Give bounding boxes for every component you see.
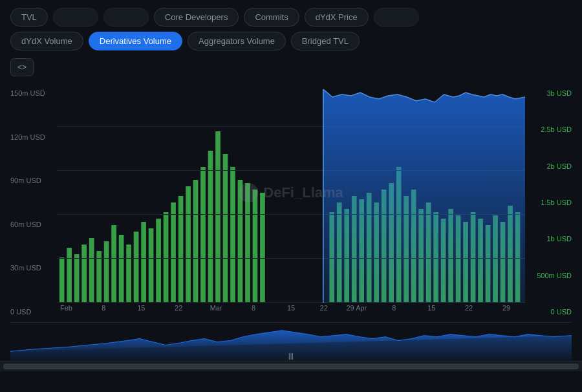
x-tick-15b: 15 <box>287 304 295 312</box>
x-axis: Feb 8 15 22 Mar 8 15 22 29 Apr 8 15 22 2… <box>57 304 525 322</box>
y-left-120: 120m USD <box>10 133 56 141</box>
x-tick-feb: Feb <box>60 304 72 312</box>
y-left-60: 60m USD <box>10 221 56 228</box>
y-right-2b: 2b USD <box>526 162 572 170</box>
y-left-30: 30m USD <box>10 264 56 272</box>
dydx-volume-button[interactable]: dYdX Volume <box>10 32 83 50</box>
y-right-3b: 3b USD <box>526 89 572 97</box>
y-right-1b: 1b USD <box>526 235 572 243</box>
scrollbar-thumb[interactable] <box>3 364 579 369</box>
x-tick-8a: 8 <box>102 304 105 312</box>
scrollbar-area[interactable] <box>0 361 582 371</box>
y-axis-right: 0 USD 500m USD 1b USD 1.5b USD 2b USD 2.… <box>526 83 572 322</box>
placeholder-btn-1[interactable] <box>53 8 98 27</box>
filter-row-2: dYdX Volume Derivatives Volume Aggregato… <box>10 32 572 50</box>
x-tick-15c: 15 <box>427 304 435 312</box>
x-tick-22a: 22 <box>175 304 182 312</box>
y-left-0: 0 USD <box>10 308 56 316</box>
y-right-0: 0 USD <box>526 308 572 316</box>
commits-button[interactable]: Commits <box>244 8 299 27</box>
derivatives-volume-button[interactable]: Derivatives Volume <box>89 32 182 50</box>
tvl-area-polygon <box>323 89 525 303</box>
x-tick-29apr: 29 Apr <box>346 304 367 312</box>
mini-chart-handle: ||| <box>288 353 294 360</box>
x-tick-29: 29 <box>502 304 510 312</box>
dydx-price-button[interactable]: dYdX Price <box>305 8 369 27</box>
code-button[interactable]: <> <box>10 58 34 76</box>
x-tick-22c: 22 <box>465 304 473 312</box>
top-section: TVL Core Developers Commits dYdX Price d… <box>0 0 582 80</box>
x-tick-8c: 8 <box>392 304 396 312</box>
x-tick-15a: 15 <box>137 304 145 312</box>
placeholder-btn-2[interactable] <box>103 8 149 27</box>
chart-inner: DeFi_Llama <box>57 83 525 303</box>
y-right-500m: 500m USD <box>526 272 572 279</box>
tvl-button[interactable]: TVL <box>10 8 48 27</box>
x-tick-8b: 8 <box>252 304 255 312</box>
filter-row-1: TVL Core Developers Commits dYdX Price <box>10 8 572 27</box>
chart-area: 0 USD 30m USD 60m USD 90m USD 120m USD 1… <box>0 83 582 322</box>
mini-chart[interactable]: ||| <box>10 322 572 361</box>
placeholder-btn-3[interactable] <box>374 8 419 27</box>
aggregators-volume-button[interactable]: Aggregators Volume <box>188 32 286 50</box>
core-developers-button[interactable]: Core Developers <box>154 8 239 27</box>
x-tick-mar: Mar <box>210 304 222 312</box>
bridged-tvl-button[interactable]: Bridged TVL <box>291 32 360 50</box>
y-left-150: 150m USD <box>10 89 56 97</box>
y-right-1-5b: 1.5b USD <box>526 199 572 206</box>
x-tick-22b: 22 <box>320 304 328 312</box>
chart-container: 0 USD 30m USD 60m USD 90m USD 120m USD 1… <box>10 83 572 322</box>
y-axis-left: 0 USD 30m USD 60m USD 90m USD 120m USD 1… <box>10 83 56 322</box>
tvl-area-svg <box>57 83 525 303</box>
y-right-2-5b: 2.5b USD <box>526 125 572 133</box>
y-left-90: 90m USD <box>10 177 56 184</box>
